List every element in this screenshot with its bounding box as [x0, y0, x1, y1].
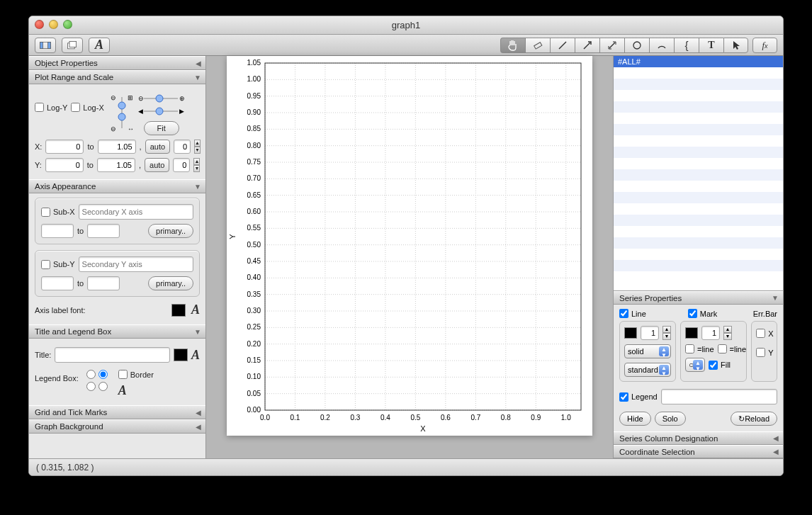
- circle-tool-button[interactable]: [624, 38, 649, 53]
- double-arrow-tool-button[interactable]: [599, 38, 624, 53]
- mark-checkbox[interactable]: Mark: [688, 309, 717, 318]
- arrow-tool-button[interactable]: [575, 38, 599, 53]
- series-list-item[interactable]: [614, 147, 783, 158]
- series-list-item[interactable]: [614, 135, 783, 147]
- legend-pos-tl[interactable]: [86, 370, 96, 379]
- sub-x-title-input[interactable]: [79, 204, 193, 220]
- series-column-header[interactable]: Series Column Designation: [614, 431, 783, 445]
- title-color-swatch[interactable]: [174, 349, 188, 361]
- zoom-button[interactable]: [63, 20, 72, 29]
- series-list-item[interactable]: [614, 67, 783, 79]
- series-list-item[interactable]: [614, 237, 783, 249]
- object-properties-header[interactable]: Object Properties: [29, 56, 205, 70]
- pan-tool-button[interactable]: [500, 38, 525, 53]
- line-type-combo[interactable]: standard▲▼: [624, 363, 671, 377]
- sub-y-primary-button[interactable]: primary..: [148, 276, 193, 290]
- series-list-item[interactable]: [614, 124, 783, 135]
- sub-y-from-input[interactable]: [41, 276, 74, 290]
- sub-y-title-input[interactable]: [79, 256, 193, 272]
- plot-range-header[interactable]: Plot Range and Scale: [29, 70, 205, 84]
- y-auto-button[interactable]: auto: [145, 158, 169, 172]
- sub-x-primary-button[interactable]: primary..: [148, 224, 193, 238]
- zoom-sliders[interactable]: ⊖⊞ ⊖↔: [109, 93, 135, 132]
- eraser-tool-button[interactable]: [525, 38, 550, 53]
- fit-button[interactable]: Fit: [144, 121, 179, 135]
- y-extra-input[interactable]: [173, 158, 190, 172]
- series-list-item[interactable]: [614, 79, 783, 90]
- x-extra-stepper[interactable]: ▲▼: [194, 140, 201, 154]
- x-to-input[interactable]: [98, 140, 136, 154]
- series-list-item[interactable]: [614, 271, 783, 283]
- legend-text-input[interactable]: [661, 389, 777, 404]
- series-list-item[interactable]: [614, 113, 783, 124]
- series-list[interactable]: #ALL#: [614, 56, 783, 291]
- title-input[interactable]: [55, 347, 170, 363]
- series-list-item[interactable]: [614, 158, 783, 169]
- mark-fill-checkbox[interactable]: Fill: [709, 361, 731, 370]
- mark-shape-combo[interactable]: ○▲▼: [685, 358, 705, 372]
- fx-tool-button[interactable]: fx: [752, 38, 777, 53]
- mark-size-stepper[interactable]: ▲▼: [723, 326, 732, 340]
- close-button[interactable]: [35, 20, 44, 29]
- grid-marks-header[interactable]: Grid and Tick Marks: [29, 405, 205, 419]
- series-list-item[interactable]: [614, 181, 783, 192]
- legend-pos-br[interactable]: [98, 382, 108, 391]
- font-tool-button[interactable]: A: [89, 38, 110, 53]
- mark-color-swatch[interactable]: [685, 327, 698, 339]
- line-checkbox[interactable]: Line: [619, 309, 646, 318]
- line-tool-button[interactable]: [550, 38, 575, 53]
- title-font-button[interactable]: A: [191, 348, 200, 363]
- legend-checkbox[interactable]: Legend: [619, 392, 658, 402]
- y-extra-stepper[interactable]: ▲▼: [193, 158, 200, 172]
- legend-font-button[interactable]: A: [118, 383, 154, 398]
- log-y-checkbox[interactable]: Log-Y: [35, 103, 67, 112]
- graph-background-header[interactable]: Graph Background: [29, 419, 205, 434]
- series-list-item[interactable]: [614, 226, 783, 237]
- sub-x-from-input[interactable]: [41, 224, 74, 238]
- series-list-item[interactable]: [614, 101, 783, 113]
- title-legend-header[interactable]: Title and Legend Box: [29, 324, 205, 339]
- minimize-button[interactable]: [49, 20, 58, 29]
- line-width-input[interactable]: [641, 326, 659, 340]
- arc-tool-button[interactable]: [649, 38, 674, 53]
- series-list-item[interactable]: [614, 215, 783, 226]
- view-stack-button[interactable]: [62, 38, 83, 53]
- axis-font-color-swatch[interactable]: [171, 304, 186, 317]
- x-from-input[interactable]: [45, 140, 84, 154]
- axis-font-button[interactable]: A: [191, 302, 200, 317]
- line-style-combo[interactable]: solid▲▼: [624, 344, 671, 358]
- sub-y-checkbox[interactable]: Sub-Y: [41, 260, 75, 269]
- mark-eqline-checkbox[interactable]: =line: [685, 344, 714, 353]
- legend-pos-bl[interactable]: [86, 382, 96, 391]
- errbar-x-checkbox[interactable]: X: [756, 329, 773, 338]
- coord-selection-header[interactable]: Coordinate Selection: [614, 445, 783, 458]
- series-list-item[interactable]: [614, 169, 783, 181]
- sub-x-checkbox[interactable]: Sub-X: [41, 208, 75, 217]
- legend-border-checkbox[interactable]: Border: [118, 370, 154, 379]
- solo-button[interactable]: Solo: [655, 412, 686, 426]
- pointer-tool-button[interactable]: [723, 38, 748, 53]
- axis-appearance-header[interactable]: Axis Appearance: [29, 179, 205, 193]
- legend-pos-tr[interactable]: [98, 370, 108, 379]
- hide-button[interactable]: Hide: [619, 412, 651, 426]
- line-width-stepper[interactable]: ▲▼: [662, 326, 671, 340]
- y-to-input[interactable]: [97, 158, 135, 172]
- x-extra-input[interactable]: [174, 140, 191, 154]
- sub-y-to-input[interactable]: [87, 276, 120, 290]
- errbar-y-checkbox[interactable]: Y: [756, 348, 773, 357]
- series-list-item[interactable]: [614, 192, 783, 203]
- reload-button[interactable]: ↻ Reload: [731, 412, 777, 426]
- brace-tool-button[interactable]: {: [674, 38, 699, 53]
- x-auto-button[interactable]: auto: [145, 140, 170, 154]
- series-list-item-all[interactable]: #ALL#: [614, 56, 783, 67]
- series-list-item[interactable]: [614, 249, 783, 260]
- series-properties-header[interactable]: Series Properties: [614, 291, 783, 305]
- series-list-item[interactable]: [614, 260, 783, 271]
- mark-size-input[interactable]: [701, 326, 720, 340]
- series-list-item[interactable]: [614, 203, 783, 215]
- series-list-item[interactable]: [614, 90, 783, 101]
- zoom-sliders-h[interactable]: ⊖⊕ ◀▶: [138, 93, 185, 118]
- y-from-input[interactable]: [45, 158, 84, 172]
- chart-canvas[interactable]: 0.000.050.100.150.200.250.300.350.400.45…: [227, 56, 592, 436]
- line-color-swatch[interactable]: [624, 327, 637, 339]
